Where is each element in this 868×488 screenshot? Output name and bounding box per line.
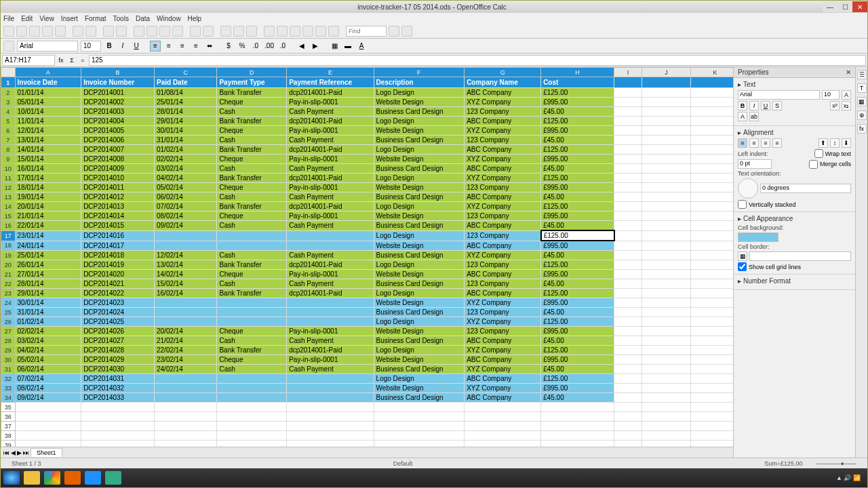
cell[interactable] <box>691 251 734 260</box>
cell[interactable]: 24/01/14 <box>15 241 81 251</box>
indent-value[interactable]: 0 pt <box>738 159 772 169</box>
cell[interactable] <box>691 279 734 289</box>
cell[interactable] <box>614 98 642 107</box>
cell[interactable]: 05/01/14 <box>15 98 81 107</box>
cell[interactable] <box>642 270 691 279</box>
sb-grow-icon[interactable]: A <box>842 90 851 100</box>
sidebar-tab-navigator-icon[interactable]: ⊕ <box>857 110 867 120</box>
cell[interactable]: Business Card Design <box>374 136 465 145</box>
cell[interactable]: ABC Company <box>465 393 541 403</box>
row-header[interactable]: 3 <box>1 98 16 107</box>
cell[interactable] <box>642 365 691 374</box>
align-center-button[interactable]: ≡ <box>163 41 174 52</box>
cell[interactable] <box>691 270 734 279</box>
cell[interactable] <box>642 230 691 241</box>
cell[interactable]: Bank Transfer <box>217 289 287 298</box>
sort-asc-icon[interactable] <box>233 26 244 37</box>
cell[interactable]: ABC Company <box>465 117 541 126</box>
cell[interactable]: DCP2014032 <box>81 384 155 393</box>
sidebar-tab-styles-icon[interactable]: T <box>857 83 867 93</box>
cell[interactable]: 29/01/14 <box>155 117 217 126</box>
cell[interactable] <box>691 88 734 98</box>
sb-align-center[interactable]: ≡ <box>749 138 759 148</box>
cell[interactable] <box>374 422 465 431</box>
cell[interactable]: DCP2014025 <box>81 317 155 327</box>
align-justify-button[interactable]: ≡ <box>191 41 201 52</box>
cell[interactable]: ABC Company <box>465 164 541 174</box>
cell[interactable]: 23/02/14 <box>155 355 217 365</box>
cell[interactable]: DCP2014006 <box>81 136 155 145</box>
cell[interactable] <box>614 241 642 251</box>
cell[interactable]: £995.00 <box>541 98 614 107</box>
cell[interactable] <box>217 308 287 317</box>
cell[interactable]: Cheque <box>217 355 287 365</box>
cell[interactable]: Cash Payment <box>287 164 374 174</box>
cell[interactable]: 123 Company <box>465 107 541 117</box>
row-header[interactable]: 33 <box>1 384 16 393</box>
cell[interactable] <box>287 393 374 403</box>
cell[interactable]: dcp2014001-Paid <box>287 117 374 126</box>
cell[interactable] <box>691 117 734 126</box>
cell[interactable] <box>15 403 81 412</box>
cell[interactable] <box>614 279 642 289</box>
cell[interactable] <box>287 422 374 431</box>
cell[interactable]: 15/02/14 <box>155 279 217 289</box>
cell[interactable]: 04/02/14 <box>15 346 81 355</box>
cell[interactable] <box>614 88 642 98</box>
cell[interactable]: dcp2014001-Paid <box>287 202 374 211</box>
cell[interactable]: 22/01/14 <box>15 221 81 231</box>
cell[interactable]: DCP2014013 <box>81 202 155 211</box>
ie-icon[interactable] <box>85 471 101 485</box>
cell[interactable] <box>614 403 642 412</box>
cell[interactable]: Website Design <box>374 155 465 164</box>
cell[interactable]: Logo Design <box>374 145 465 155</box>
cell[interactable]: 18/01/14 <box>15 183 81 192</box>
cell[interactable]: DCP2014019 <box>81 260 155 270</box>
cell[interactable] <box>691 441 734 447</box>
cell[interactable]: 25/01/14 <box>15 251 81 260</box>
menu-tools[interactable]: Tools <box>113 15 129 22</box>
cell[interactable] <box>642 384 691 393</box>
cell[interactable]: ABC Company <box>465 221 541 231</box>
sb-font-combo[interactable]: Arial <box>738 90 820 100</box>
increase-indent-button[interactable]: ▶ <box>310 41 321 52</box>
cell[interactable] <box>374 412 465 422</box>
row-header[interactable]: 8 <box>1 145 16 155</box>
row-header[interactable]: 38 <box>1 431 16 441</box>
cell[interactable]: Bank Transfer <box>217 88 287 98</box>
cell[interactable]: Cash <box>217 221 287 231</box>
cell[interactable] <box>287 317 374 327</box>
cell[interactable] <box>15 441 81 447</box>
cell[interactable]: Pay-in-slip-0001 <box>287 355 374 365</box>
sb-valign-bot[interactable]: ⬇ <box>842 138 851 148</box>
cell[interactable]: Website Design <box>374 126 465 136</box>
cell[interactable]: DCP2014015 <box>81 221 155 231</box>
cell[interactable]: Logo Design <box>374 202 465 211</box>
cell[interactable]: Cash Payment <box>287 251 374 260</box>
cell[interactable]: £125.00 <box>541 145 614 155</box>
cell[interactable] <box>287 412 374 422</box>
row-header[interactable]: 11 <box>1 174 16 183</box>
cell[interactable]: 05/02/14 <box>155 183 217 192</box>
cell[interactable]: Business Card Design <box>374 192 465 202</box>
cell[interactable]: 07/02/14 <box>155 202 217 211</box>
sb-fontcolor-button[interactable]: A <box>738 112 747 121</box>
cell[interactable] <box>642 422 691 431</box>
cell[interactable] <box>217 317 287 327</box>
menu-help[interactable]: Help <box>188 15 202 22</box>
cell[interactable]: XYZ Company <box>465 126 541 136</box>
cell[interactable]: Business Card Design <box>374 279 465 289</box>
print-icon[interactable] <box>73 26 83 37</box>
cell[interactable]: Cheque <box>217 155 287 164</box>
row-header[interactable]: 1 <box>1 77 16 88</box>
cell[interactable]: Cash Payment <box>287 365 374 374</box>
cell[interactable]: 14/02/14 <box>155 270 217 279</box>
cell[interactable]: DCP2014029 <box>81 355 155 365</box>
cell[interactable] <box>614 164 642 174</box>
row-header[interactable]: 32 <box>1 374 16 384</box>
cell[interactable] <box>614 211 642 221</box>
cell[interactable]: £45.00 <box>541 192 614 202</box>
cell[interactable]: 09/02/14 <box>15 393 81 403</box>
cell[interactable]: 20/02/14 <box>155 327 217 336</box>
cell[interactable] <box>81 431 155 441</box>
